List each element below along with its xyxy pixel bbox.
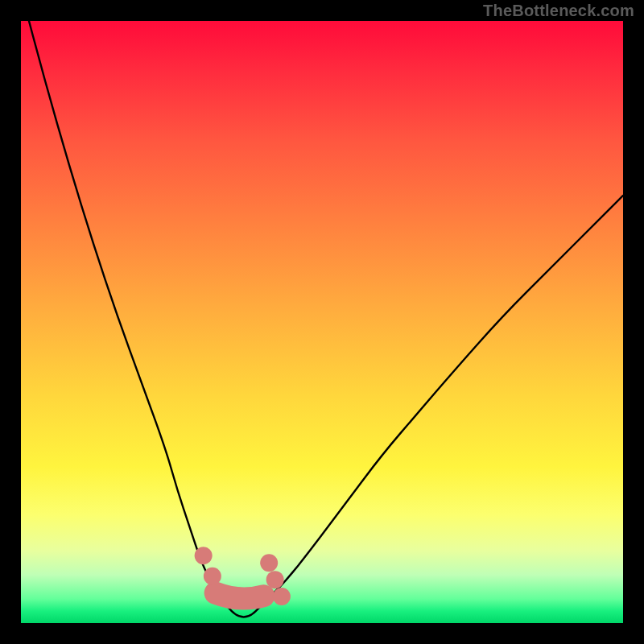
bottleneck-curve xyxy=(21,21,623,617)
curve-marker-dot xyxy=(273,588,291,605)
plot-area xyxy=(21,21,623,623)
watermark-text: TheBottleneck.com xyxy=(483,2,634,20)
curve-marker-dot xyxy=(260,554,278,572)
marker-layer xyxy=(195,547,291,605)
curve-layer xyxy=(21,21,623,617)
curve-marker-dot xyxy=(266,571,284,588)
overlay-svg xyxy=(21,21,623,623)
curve-marker-dot xyxy=(195,547,213,564)
chart-frame: TheBottleneck.com xyxy=(0,0,644,644)
valley-sausage-marker xyxy=(216,593,264,599)
curve-marker-dot xyxy=(204,568,221,585)
